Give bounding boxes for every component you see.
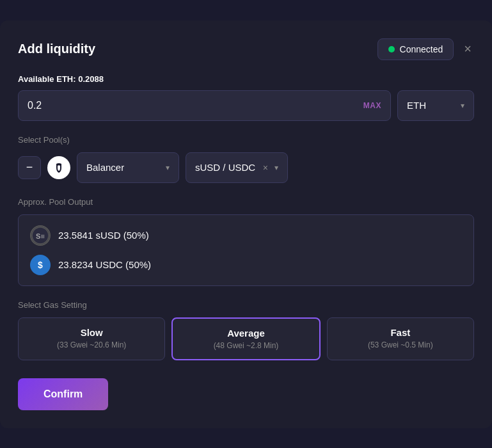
amount-input[interactable]: [28, 100, 363, 111]
approx-pool-output-section: Approx. Pool Output S≡ 23.5841 sUSD (50%…: [18, 197, 474, 286]
gas-option-fast[interactable]: Fast (53 Gwei ~0.5 Min): [327, 317, 474, 360]
available-eth-label: Available ETH: 0.2088: [18, 74, 474, 84]
pair-selector[interactable]: sUSD / USDC × ▾: [186, 152, 288, 183]
protocol-name-label: Balancer: [86, 162, 159, 173]
page-title: Add liquidity: [18, 42, 95, 56]
susd-output-row: S≡ 23.5841 sUSD (50%): [30, 225, 462, 246]
gas-slow-detail: (33 Gwei ~20.6 Min): [26, 340, 157, 349]
amount-input-row: MAX ETH ▾: [18, 90, 474, 121]
gas-slow-name: Slow: [26, 327, 157, 338]
pool-selection-row: − Balancer ▾ sUSD / USDC × ▾: [18, 152, 474, 183]
header-right: Connected ×: [377, 38, 474, 60]
gas-fast-name: Fast: [335, 327, 466, 338]
pair-chevron-icon: ▾: [274, 163, 278, 172]
usdc-output-row: $ 23.8234 USDC (50%): [30, 255, 462, 275]
pool-output-box: S≡ 23.5841 sUSD (50%) $ 23.8234 USDC (50…: [18, 214, 474, 286]
usdc-output-value: 23.8234 USDC (50%): [58, 259, 151, 270]
gas-option-slow[interactable]: Slow (33 Gwei ~20.6 Min): [18, 317, 165, 360]
connected-label: Connected: [400, 44, 443, 54]
select-pools-label: Select Pool(s): [18, 135, 474, 145]
remove-pool-button[interactable]: −: [18, 156, 41, 179]
modal-container: Add liquidity Connected × Available ETH:…: [0, 20, 492, 428]
connected-dot-icon: [388, 46, 395, 52]
available-eth-prefix: Available ETH:: [18, 74, 76, 84]
amount-input-wrapper[interactable]: MAX: [18, 90, 391, 121]
token-name-label: ETH: [407, 100, 454, 111]
connected-badge: Connected: [377, 38, 454, 60]
gas-setting-section: Select Gas Setting Slow (33 Gwei ~20.6 M…: [18, 300, 474, 360]
svg-text:S≡: S≡: [36, 232, 45, 240]
pair-name-label: sUSD / USDC: [195, 162, 257, 173]
gas-options-row: Slow (33 Gwei ~20.6 Min) Average (48 Gwe…: [18, 317, 474, 360]
protocol-selector[interactable]: Balancer ▾: [77, 152, 179, 183]
svg-text:$: $: [38, 260, 43, 270]
gas-average-name: Average: [180, 328, 311, 339]
usdc-token-icon: $: [30, 255, 51, 275]
gas-average-detail: (48 Gwei ~2.8 Min): [180, 341, 311, 350]
balancer-logo-icon: [47, 156, 70, 179]
gas-option-average[interactable]: Average (48 Gwei ~2.8 Min): [171, 317, 320, 360]
available-eth-value: 0.2088: [78, 74, 104, 84]
gas-fast-detail: (53 Gwei ~0.5 Min): [335, 340, 466, 349]
close-button[interactable]: ×: [461, 39, 474, 59]
max-button[interactable]: MAX: [363, 101, 381, 110]
chevron-down-icon: ▾: [461, 101, 464, 110]
gas-setting-label: Select Gas Setting: [18, 300, 474, 310]
susd-output-value: 23.5841 sUSD (50%): [58, 230, 149, 241]
token-selector[interactable]: ETH ▾: [397, 90, 474, 121]
protocol-chevron-icon: ▾: [166, 163, 170, 172]
pair-close-icon[interactable]: ×: [263, 163, 268, 173]
approx-pool-label: Approx. Pool Output: [18, 197, 474, 207]
confirm-button[interactable]: Confirm: [18, 378, 108, 410]
susd-token-icon: S≡: [30, 225, 51, 246]
modal-header: Add liquidity Connected ×: [18, 38, 474, 60]
